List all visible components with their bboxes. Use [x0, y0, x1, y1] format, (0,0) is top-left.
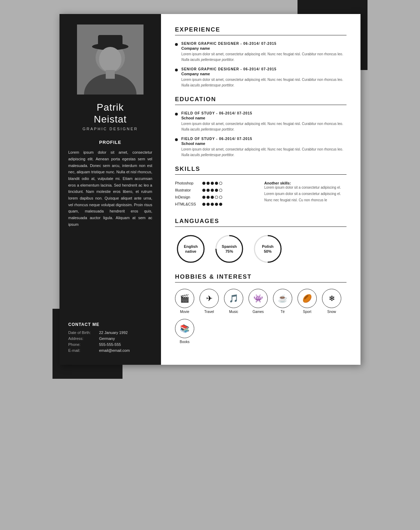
skill-dot [206, 196, 210, 199]
hobby-label: Movie [180, 310, 189, 314]
entry: FIELD OF STUDY - 06-2014/ 07-2015 School… [175, 111, 346, 131]
skill-dot [206, 189, 210, 192]
contact-value: 22 January 1992 [99, 330, 128, 335]
language-circle: Englishnative [175, 233, 206, 265]
skill-dot [219, 189, 222, 192]
hobby-circle: 🎬 [175, 289, 194, 308]
skill-dots [202, 203, 222, 206]
skill-dots [202, 182, 222, 185]
contact-row: Date of Birth:22 January 1992 [68, 330, 152, 335]
skill-dot [206, 203, 210, 206]
hobby-label: Té [281, 310, 285, 314]
contact-row: Phone:555-555-555 [68, 342, 152, 347]
hobby-label: Books [180, 340, 190, 344]
lang-text: Spanish75% [222, 244, 237, 254]
skill-dot [215, 203, 218, 206]
entry-company: School name [181, 116, 343, 120]
languages-row: Englishnative Spanish75% Polish50% [175, 233, 346, 265]
languages-title: LANGUAGES [175, 218, 346, 227]
entry: SENIOR GRAPHIC DESIGNER - 06-2014/ 07-20… [175, 67, 346, 87]
skill-dot [202, 189, 205, 192]
contact-label: E-mail: [68, 348, 96, 353]
skill-dot [215, 182, 218, 185]
hobby-circle: 🏉 [298, 289, 317, 308]
experience-entries: SENIOR GRAPHIC DESIGNER - 06-2014/ 07-20… [175, 42, 346, 87]
skills-section: SKILLS Photoshop Illustrator InDesign HT… [175, 166, 346, 209]
another-skill-item: Lorem ipsum dolor sit a consectetur adip… [264, 185, 346, 190]
entry-header: SENIOR GRAPHIC DESIGNER - 06-2014/ 07-20… [181, 67, 343, 71]
hobby-item: 📚 Books [175, 319, 194, 344]
hobby-circle: 👾 [248, 289, 268, 308]
contact-title: CONTACT ME [68, 322, 152, 327]
skill-name: Photoshop [175, 181, 200, 185]
skills-list: Photoshop Illustrator InDesign HTML&CSS [175, 181, 261, 209]
skill-row: InDesign [175, 195, 261, 199]
contact-value: 555-555-555 [99, 342, 121, 347]
bullet [175, 43, 178, 46]
entry-header: SENIOR GRAPHIC DESIGNER - 06-2014/ 07-20… [181, 42, 343, 46]
language-circle: Spanish75% [214, 233, 245, 265]
contact-value: email@email.com [99, 348, 130, 353]
entry-header: FIELD OF STUDY - 06-2014/ 07-2015 [181, 111, 343, 115]
entry-header: FIELD OF STUDY - 06-2014/ 07-2015 [181, 137, 343, 141]
skill-dot [219, 203, 222, 206]
skill-dot [219, 196, 222, 199]
hobby-label: Snow [327, 310, 336, 314]
svg-rect-6 [106, 70, 115, 79]
hobby-label: Travel [204, 310, 214, 314]
entry-content: SENIOR GRAPHIC DESIGNER - 06-2014/ 07-20… [181, 67, 343, 87]
languages-section: LANGUAGES Englishnative Spanish75% Polis… [175, 218, 346, 265]
contact-row: E-mail:email@email.com [68, 348, 152, 353]
bullet [175, 113, 178, 116]
entry-content: SENIOR GRAPHIC DESIGNER - 06-2014/ 07-20… [181, 42, 343, 62]
hobby-item: 👾 Games [248, 289, 268, 314]
svg-rect-4 [98, 35, 122, 47]
entry-desc: Lorem ipsum dolor sit amet, consectetur … [181, 77, 343, 82]
entry-company: Company name [181, 72, 343, 76]
contact-label: Phone: [68, 342, 96, 347]
skill-name: InDesign [175, 195, 200, 199]
person-name: Patrik Neistat [68, 102, 152, 125]
profile-photo [77, 25, 144, 95]
entry-note: Nulla iaculis pellentesque porttitor. [181, 153, 343, 157]
skill-dot [211, 196, 214, 199]
entry-content: FIELD OF STUDY - 06-2014/ 07-2015 School… [181, 137, 343, 157]
entry-note: Nulla iaculis pellentesque porttitor. [181, 127, 343, 131]
entry-desc: Lorem ipsum dolor sit amet, consectetur … [181, 147, 343, 152]
skill-row: HTML&CSS [175, 202, 261, 206]
skill-row: Illustrator [175, 188, 261, 192]
entry-content: FIELD OF STUDY - 06-2014/ 07-2015 School… [181, 111, 343, 131]
skill-dot [211, 182, 214, 185]
contact-row: Address:Germany [68, 336, 152, 341]
contact-rows: Date of Birth:22 January 1992Address:Ger… [68, 330, 152, 353]
entry-desc: Lorem ipsum dolor sit amet, consectetur … [181, 51, 343, 57]
hobby-label: Music [229, 310, 238, 314]
entry: FIELD OF STUDY - 06-2014/ 07-2015 School… [175, 137, 346, 157]
skill-dots [202, 189, 222, 192]
hobby-label: Sport [303, 310, 312, 314]
experience-section: EXPERIENCE SENIOR GRAPHIC DESIGNER - 06-… [175, 26, 346, 87]
experience-title: EXPERIENCE [175, 26, 346, 35]
skill-dot [206, 182, 210, 185]
hobby-circle: 🎵 [224, 289, 243, 308]
profile-section-title: PROFILE [68, 140, 152, 145]
hobbies-section: HOBBIES & INTEREST 🎬 Movie ✈ Travel 🎵 Mu… [175, 273, 346, 344]
education-section: EDUCATION FIELD OF STUDY - 06-2014/ 07-2… [175, 96, 346, 157]
hobby-item: ❄ Snow [322, 289, 341, 314]
another-skill-item: Lorem ipsum dolor sit a consectetur adip… [264, 191, 346, 196]
skill-dot [202, 203, 205, 206]
entry-company: School name [181, 141, 343, 146]
skill-name: HTML&CSS [175, 202, 200, 206]
skill-dot [202, 182, 205, 185]
skills-title: SKILLS [175, 166, 346, 175]
bullet [175, 69, 178, 71]
another-skill-item: Nunc nec feugiat nisl. Cu non rhoncus le [264, 198, 346, 203]
language-circle: Polish50% [252, 233, 284, 265]
skill-dot [202, 196, 205, 199]
skill-dot [215, 189, 218, 192]
hobbies-grid: 🎬 Movie ✈ Travel 🎵 Music 👾 Games ☕ Té 🏉 … [175, 289, 346, 344]
skill-dot [211, 203, 214, 206]
hobby-item: ✈ Travel [200, 289, 219, 314]
svg-point-5 [99, 47, 121, 72]
entry-note: Nulla iaculis pellentesque porttitor. [181, 83, 343, 87]
